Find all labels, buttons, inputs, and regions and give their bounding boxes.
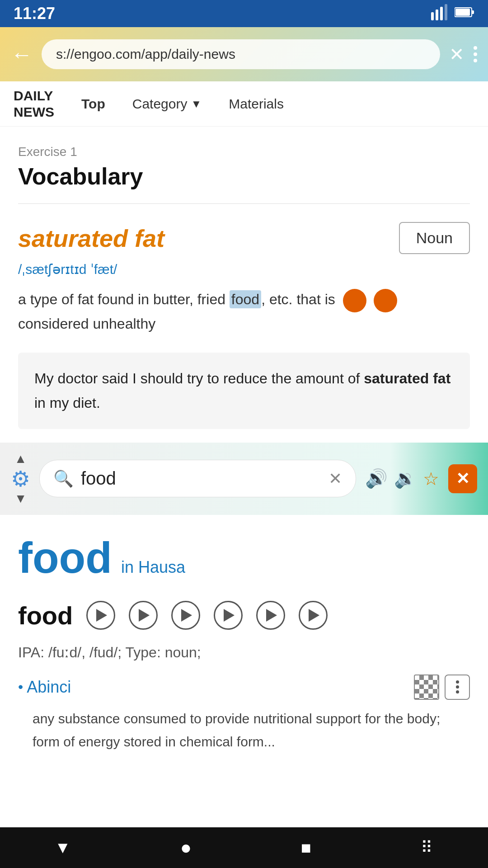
dict-word-row: food in Hausa (18, 533, 470, 583)
orange-dot-2 (374, 289, 397, 312)
status-time: 11:27 (14, 4, 55, 23)
orange-dots (343, 289, 397, 312)
play-button-4[interactable] (214, 601, 243, 630)
nav-up-button[interactable]: ▲ (14, 452, 27, 466)
divider (18, 203, 470, 204)
nav-item-top[interactable]: Top (81, 96, 105, 112)
dropdown-arrow-icon: ▼ (191, 98, 202, 110)
back-button[interactable]: ← (11, 42, 33, 67)
dict-sub-definition: any substance consumed to provide nutrit… (18, 707, 470, 753)
highlight-food: food (230, 290, 261, 308)
search-clear-button[interactable]: ✕ (328, 469, 342, 488)
section-title: Vocabulary (18, 163, 470, 190)
play-button-1[interactable] (86, 601, 115, 630)
more-options-button[interactable] (445, 675, 470, 700)
svg-rect-1 (436, 9, 438, 20)
browser-close-button[interactable]: ✕ (449, 44, 465, 65)
menu-dot (474, 46, 477, 50)
bottom-nav: ▼ ● ■ ⠿ (0, 827, 488, 868)
bottom-recents-button[interactable]: ■ (301, 838, 311, 858)
search-query-text[interactable]: food (81, 468, 321, 489)
svg-rect-3 (445, 4, 447, 20)
example-section: My doctor said I should try to reduce th… (0, 339, 488, 429)
nav-bar: DAILY NEWS Top Category ▼ Materials (0, 81, 488, 127)
search-section: ▲ ⚙ ▼ 🔍 food ✕ 🔊 🔉 ☆ ✕ (0, 443, 488, 515)
nav-down-button[interactable]: ▼ (14, 491, 27, 506)
audio-button-2[interactable]: 🔉 (394, 468, 417, 489)
play-button-3[interactable] (171, 601, 200, 630)
svg-rect-0 (431, 12, 434, 20)
nav-brand: DAILY NEWS (14, 88, 54, 120)
exercise-section: Exercise 1 Vocabulary saturated fat Noun… (0, 127, 488, 335)
svg-rect-2 (440, 7, 443, 20)
play-button-2[interactable] (129, 601, 158, 630)
word-definition: a type of fat found in butter, fried foo… (18, 288, 470, 335)
word-title: saturated fat (18, 224, 164, 252)
battery-icon (455, 6, 474, 22)
svg-rect-6 (472, 10, 474, 14)
browser-menu-button[interactable] (474, 46, 477, 62)
url-text: s://engoo.com/app/daily-news (56, 47, 235, 62)
word-phonetic: /ˌsætʃərɪtɪd ˈfæt/ (18, 261, 470, 277)
bottom-grid-button[interactable]: ⠿ (421, 838, 433, 857)
svg-rect-5 (455, 9, 470, 16)
dict-translation-item: • Abinci (18, 675, 470, 700)
bottom-home-button[interactable]: ● (180, 837, 192, 859)
status-icons (431, 4, 474, 24)
example-text: My doctor said I should try to reduce th… (34, 370, 450, 411)
favorite-button[interactable]: ☆ (423, 468, 439, 489)
dict-ipa: IPA: /fuːd/, /fud/; Type: noun; (18, 644, 470, 661)
sim-icon (431, 4, 447, 24)
word-header: saturated fat Noun (18, 222, 470, 254)
audio-buttons: 🔊 🔉 ☆ (365, 468, 439, 489)
play-button-5[interactable] (256, 601, 285, 630)
dict-translation-action-icons (414, 675, 470, 700)
checkered-icon[interactable] (414, 675, 439, 700)
url-bar[interactable]: s://engoo.com/app/daily-news (42, 39, 440, 69)
dict-translation-text[interactable]: Abinci (27, 678, 71, 697)
search-nav-controls: ▲ ⚙ ▼ (11, 452, 30, 506)
translation-label-row: • Abinci (18, 678, 71, 697)
search-close-button[interactable]: ✕ (448, 464, 477, 493)
menu-dot (474, 52, 477, 56)
example-bold: saturated fat (364, 370, 450, 387)
settings-gear-icon[interactable]: ⚙ (11, 466, 30, 491)
nav-item-category[interactable]: Category ▼ (132, 96, 202, 112)
dict-main-word: food (18, 533, 112, 583)
search-box[interactable]: 🔍 food ✕ (39, 460, 356, 497)
browser-bar: ← s://engoo.com/app/daily-news ✕ (0, 27, 488, 81)
audio-button-1[interactable]: 🔊 (365, 468, 388, 489)
word-type-button[interactable]: Noun (399, 222, 470, 254)
orange-dot-1 (343, 289, 366, 312)
example-box: My doctor said I should try to reduce th… (18, 353, 470, 429)
dictionary-section: food in Hausa food IPA: /fuːd/, /fud/; T… (0, 515, 488, 753)
exercise-label: Exercise 1 (18, 145, 470, 159)
play-button-6[interactable] (299, 601, 328, 630)
search-icon: 🔍 (53, 469, 74, 488)
dict-language-label: in Hausa (121, 558, 185, 577)
bottom-back-button[interactable]: ▼ (55, 838, 71, 857)
dict-translation-word: food (18, 601, 73, 630)
menu-dot (474, 59, 477, 62)
dict-bullet: • (18, 679, 23, 695)
nav-items: Top Category ▼ Materials (81, 96, 284, 112)
dict-translations-row: food (18, 601, 470, 630)
status-bar: 11:27 (0, 0, 488, 27)
nav-item-materials[interactable]: Materials (229, 96, 284, 112)
